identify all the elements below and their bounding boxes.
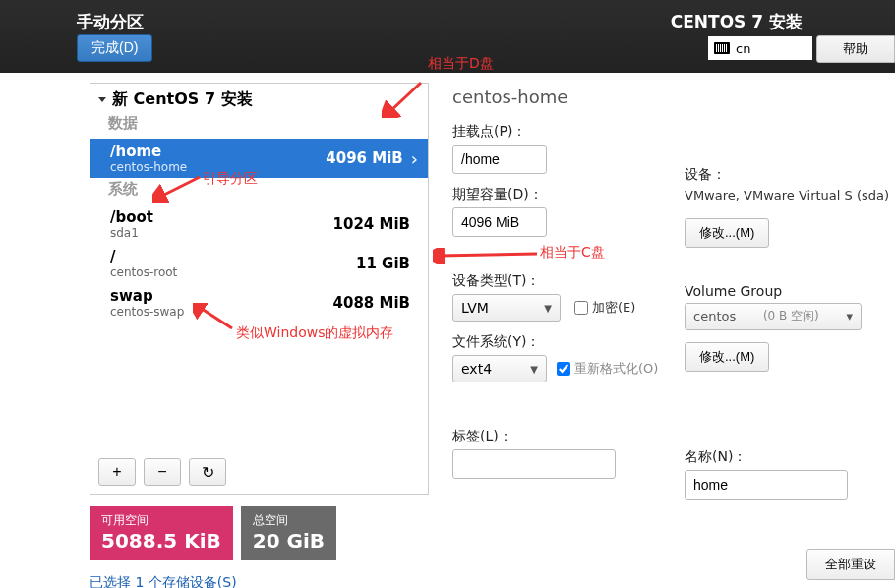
device-label: 设备： (685, 166, 891, 184)
partition-size: 11 GiB (356, 255, 410, 272)
filesystem-value: ext4 (461, 361, 492, 377)
device-type-select[interactable]: LVM ▼ (452, 294, 561, 322)
partition-details-pane: centos-home 挂载点(P)： 期望容量(D)： 设备类型(T)： LV… (452, 87, 895, 479)
tree-group-system: 系统 (90, 178, 428, 205)
label-label: 标签(L)： (452, 428, 685, 445)
free-space-value: 5088.5 KiB (101, 529, 221, 553)
encrypt-label: 加密(E) (592, 299, 635, 317)
partition-device: centos-home (110, 160, 326, 174)
reformat-checkbox-input[interactable] (557, 362, 570, 376)
chevron-down-icon (98, 97, 106, 102)
partition-mount: /home (110, 143, 326, 160)
device-type-value: LVM (461, 300, 489, 316)
volume-group-value: centos (693, 309, 736, 323)
reformat-label: 重新格式化(O) (574, 360, 658, 378)
partition-device: centos-swap (110, 305, 333, 319)
reset-all-button[interactable]: 全部重设 (806, 549, 895, 580)
partition-row-root[interactable]: / centos-root 11 GiB (90, 244, 428, 283)
chevron-right-icon: › (411, 148, 418, 169)
reformat-checkbox[interactable]: 重新格式化(O) (557, 360, 658, 378)
details-title: centos-home (452, 87, 895, 107)
partition-size: 4096 MiB (326, 149, 402, 167)
modify-device-button[interactable]: 修改...(M) (685, 218, 769, 248)
total-space-value: 20 GiB (253, 529, 325, 553)
partition-row-boot[interactable]: /boot sda1 1024 MiB (90, 205, 428, 244)
partition-mount: /boot (110, 208, 333, 226)
total-space-box: 总空间 20 GiB (241, 506, 336, 560)
filesystem-select[interactable]: ext4 ▼ (452, 355, 547, 382)
chevron-down-icon: ▼ (544, 303, 552, 314)
free-space-label: 可用空间 (101, 512, 221, 529)
filesystem-label: 文件系统(Y)： (452, 333, 685, 351)
partition-mount: / (110, 248, 356, 265)
remove-partition-button[interactable]: − (144, 458, 181, 486)
add-partition-button[interactable]: + (98, 458, 136, 486)
name-input[interactable] (685, 470, 848, 500)
partition-size: 1024 MiB (333, 215, 410, 233)
partition-size: 4088 MiB (333, 294, 410, 312)
partition-mount: swap (110, 287, 333, 305)
done-button[interactable]: 完成(D) (77, 34, 152, 62)
capacity-input[interactable] (452, 207, 547, 237)
storage-devices-link[interactable]: 已选择 1 个存储设备(S) (90, 574, 237, 588)
mountpoint-input[interactable] (452, 145, 547, 174)
volume-group-label: Volume Group (685, 283, 891, 299)
volume-group-select[interactable]: centos (0 B 空闲) ▾ (685, 303, 862, 330)
volume-group-free: (0 B 空闲) (763, 308, 819, 324)
keyboard-layout-selector[interactable]: cn (708, 36, 812, 60)
modify-vg-button[interactable]: 修改...(M) (685, 342, 769, 372)
tree-header[interactable]: 新 CentOS 7 安装 (90, 84, 428, 112)
partition-row-swap[interactable]: swap centos-swap 4088 MiB (90, 283, 428, 323)
reload-button[interactable]: ↻ (189, 458, 226, 486)
page-title: 手动分区 (77, 11, 144, 33)
space-summary: 可用空间 5088.5 KiB 总空间 20 GiB (90, 506, 429, 560)
partition-device: sda1 (110, 226, 333, 240)
tree-group-data: 数据 (90, 112, 428, 139)
main-content: 新 CentOS 7 安装 数据 /home centos-home 4096 … (0, 73, 895, 588)
partition-tree: 新 CentOS 7 安装 数据 /home centos-home 4096 … (90, 83, 429, 495)
tree-header-label: 新 CentOS 7 安装 (112, 89, 253, 110)
encrypt-checkbox-input[interactable] (574, 301, 588, 315)
chevron-down-icon: ▼ (530, 364, 538, 375)
name-label: 名称(N)： (685, 448, 891, 466)
device-type-label: 设备类型(T)： (452, 272, 685, 290)
capacity-label: 期望容量(D)： (452, 186, 685, 204)
header-bar: 手动分区 完成(D) CENTOS 7 安装 cn 帮助 (0, 0, 895, 73)
total-space-label: 总空间 (253, 512, 325, 529)
partition-row-home[interactable]: /home centos-home 4096 MiB › (90, 139, 428, 178)
device-value: VMware, VMware Virtual S (sda) (685, 188, 891, 205)
partition-device: centos-root (110, 265, 356, 279)
label-input[interactable] (452, 449, 616, 479)
mountpoint-label: 挂载点(P)： (452, 123, 685, 141)
installer-title: CENTOS 7 安装 (671, 11, 803, 33)
help-button[interactable]: 帮助 (816, 35, 895, 63)
chevron-down-icon: ▾ (846, 309, 853, 323)
partition-list-pane: 新 CentOS 7 安装 数据 /home centos-home 4096 … (90, 83, 429, 588)
keyboard-layout-label: cn (736, 41, 750, 56)
encrypt-checkbox[interactable]: 加密(E) (574, 299, 635, 317)
keyboard-icon (714, 42, 730, 54)
free-space-box: 可用空间 5088.5 KiB (90, 506, 233, 560)
